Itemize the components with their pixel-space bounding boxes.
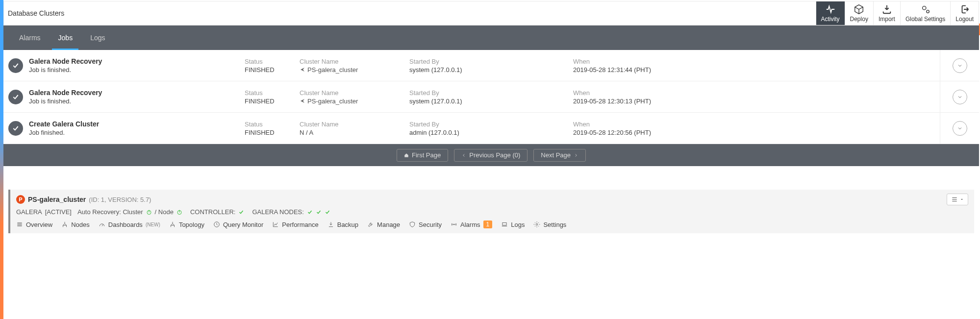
laptop-icon <box>501 221 508 228</box>
tab-logs[interactable]: Logs <box>81 25 114 50</box>
cluster-link[interactable]: PS-galera_cluster <box>300 98 409 105</box>
gear-icon <box>533 221 540 228</box>
job-status-icon <box>8 58 23 73</box>
check-icon <box>307 209 313 215</box>
activity-button[interactable]: Activity <box>816 1 845 25</box>
tab-alarms[interactable]: Alarms <box>10 25 50 50</box>
status-label: Status <box>245 58 300 65</box>
activity-label: Activity <box>821 16 840 23</box>
tab-jobs[interactable]: Jobs <box>50 25 82 50</box>
wrench-icon <box>367 221 374 228</box>
svg-rect-6 <box>503 223 506 225</box>
chevron-right-icon <box>574 153 578 158</box>
nav-backup[interactable]: Backup <box>327 221 358 228</box>
share-icon <box>300 67 305 73</box>
when-value: 2019-05-28 12:31:44 (PHT) <box>573 66 730 74</box>
svg-point-5 <box>453 224 454 225</box>
job-row: Create Galera Cluster Job finished. Stat… <box>3 113 979 144</box>
job-title: Galera Node Recovery <box>29 89 245 97</box>
power-icon <box>146 209 152 215</box>
svg-point-1 <box>926 10 929 13</box>
nav-query-monitor[interactable]: Query Monitor <box>213 221 263 228</box>
alarm-count-badge: 1 <box>483 221 493 228</box>
caret-down-icon <box>960 196 964 203</box>
cluster-meta: (ID: 1, VERSION: 5.7) <box>89 196 151 203</box>
svg-point-0 <box>922 6 926 10</box>
job-title: Galera Node Recovery <box>29 57 245 65</box>
job-row: Galera Node Recovery Job is finished. St… <box>3 50 979 81</box>
pulse-icon <box>825 4 836 15</box>
import-button[interactable]: Import <box>873 1 900 25</box>
box-icon <box>854 4 864 15</box>
deploy-button[interactable]: Deploy <box>845 1 873 25</box>
cluster-menu-button[interactable] <box>947 194 968 205</box>
logout-label: Logout <box>955 16 974 23</box>
shield-icon <box>409 221 416 228</box>
gauge-icon <box>99 221 105 228</box>
page-title: Database Clusters <box>4 9 64 17</box>
chart-icon <box>272 221 279 228</box>
started-by-label: Started By <box>409 58 573 65</box>
home-icon <box>404 153 409 158</box>
sitemap-icon <box>169 221 176 228</box>
nav-alarms[interactable]: Alarms1 <box>451 221 492 228</box>
import-icon <box>881 4 892 15</box>
chevron-down-icon <box>957 63 963 69</box>
logout-icon <box>959 4 970 15</box>
cluster-logo-icon: P <box>16 195 25 204</box>
cluster-link[interactable]: PS-galera_cluster <box>300 66 409 74</box>
clock-icon <box>213 221 220 228</box>
nav-manage[interactable]: Manage <box>367 221 400 228</box>
nav-topology[interactable]: Topology <box>169 221 204 228</box>
check-icon <box>238 209 244 215</box>
expand-button[interactable] <box>953 121 967 136</box>
expand-button[interactable] <box>953 58 967 73</box>
prev-page-button[interactable]: Previous Page (0) <box>454 149 528 162</box>
activity-tabs: Alarms Jobs Logs <box>3 25 979 50</box>
check-icon <box>316 209 322 215</box>
chevron-down-icon <box>957 94 963 100</box>
job-status-icon <box>8 121 23 136</box>
chevron-down-icon <box>957 125 963 131</box>
header-actions: Activity Deploy Import Global Settings L… <box>816 1 979 25</box>
gears-icon <box>920 4 931 15</box>
nav-security[interactable]: Security <box>409 221 442 228</box>
next-page-button[interactable]: Next Page <box>533 149 586 162</box>
share-icon <box>300 98 305 104</box>
signal-icon <box>451 221 457 228</box>
job-subtitle: Job is finished. <box>29 98 245 105</box>
cluster-na: N / A <box>300 129 409 136</box>
when-label: When <box>573 58 730 65</box>
cluster-name[interactable]: PS-galera_cluster <box>28 196 86 203</box>
nav-dashboards[interactable]: Dashboards(NEW) <box>99 221 160 228</box>
expand-button[interactable] <box>953 90 967 104</box>
job-row: Galera Node Recovery Job is finished. St… <box>3 81 979 113</box>
pager: First Page Previous Page (0) Next Page <box>3 144 979 166</box>
started-by-value: system (127.0.0.1) <box>409 66 573 74</box>
cluster-status-line: GALERA [ACTIVE] Auto Recovery: Cluster /… <box>16 208 968 216</box>
header: Database Clusters Activity Deploy Import… <box>3 1 979 25</box>
power-icon <box>176 209 182 215</box>
deploy-label: Deploy <box>850 16 868 23</box>
job-status-icon <box>8 90 23 104</box>
sidebar-sliver <box>0 0 3 319</box>
logout-button[interactable]: Logout <box>950 1 979 25</box>
nav-performance[interactable]: Performance <box>272 221 318 228</box>
import-label: Import <box>879 16 895 23</box>
nav-nodes[interactable]: Nodes <box>61 221 90 228</box>
sitemap-icon <box>61 221 68 228</box>
list-icon <box>951 196 958 203</box>
nav-overview[interactable]: Overview <box>16 221 52 228</box>
job-title: Create Galera Cluster <box>29 120 245 128</box>
nav-logs[interactable]: Logs <box>501 221 525 228</box>
first-page-button[interactable]: First Page <box>397 149 448 162</box>
check-icon <box>325 209 330 215</box>
download-icon <box>327 221 334 228</box>
cluster-nav: Overview Nodes Dashboards(NEW) Topology … <box>16 221 968 228</box>
global-settings-label: Global Settings <box>905 16 945 23</box>
status-value: FINISHED <box>245 66 300 74</box>
nav-settings[interactable]: Settings <box>533 221 566 228</box>
svg-point-7 <box>536 223 538 225</box>
global-settings-button[interactable]: Global Settings <box>900 1 950 25</box>
chevron-left-icon <box>461 153 466 158</box>
